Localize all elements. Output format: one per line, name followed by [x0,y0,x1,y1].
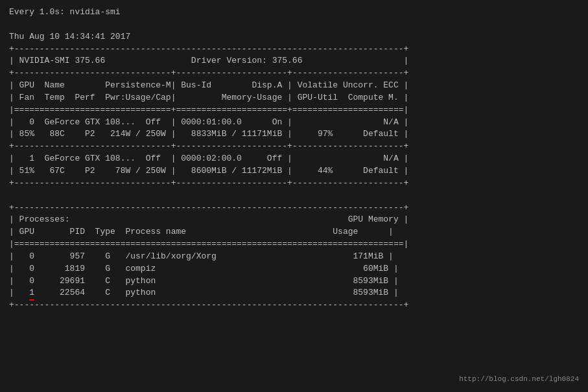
div5: +-------------------------------+-------… [9,178,579,190]
div6: +---------------------------------------… [9,202,579,214]
blank-line2 [9,190,579,202]
proc3-suffix: 22564 C python 8593MiB | [34,288,399,297]
proc-cols: | GPU PID Type Process name Usage | [9,226,579,238]
div8: +---------------------------------------… [9,299,579,312]
header-cmd: Every 1.0s: nvidia-smi [9,6,579,19]
proc3: | 1 22564 C python 8593MiB | [9,287,579,299]
col-header2: | Fan Temp Perf Pwr:Usage/Cap| Memory-Us… [9,92,579,104]
proc-header: | Processes: GPU Memory | [9,214,579,226]
proc0: | 0 957 G /usr/lib/xorg/Xorg 171MiB | [9,251,579,263]
proc1: | 0 1819 G compiz 60MiB | [9,263,579,275]
timestamp: Thu Aug 10 14:34:41 2017 [9,31,579,43]
div2: +-------------------------------+-------… [9,67,579,80]
proc3-prefix: | [9,288,29,297]
col-header1: | GPU Name Persistence-M| Bus-Id Disp.A … [9,80,579,92]
terminal-window: Every 1.0s: nvidia-smi Thu Aug 10 14:34:… [9,6,579,386]
smi-row: | NVIDIA-SMI 375.66 Driver Version: 375.… [9,55,579,67]
gpu0-row1: | 0 GeForce GTX 108... Off | 0000:01:00.… [9,117,579,129]
gpu1-row2: | 51% 67C P2 78W / 250W | 8600MiB / 1117… [9,165,579,178]
div4: +-------------------------------+-------… [9,141,579,153]
div7: |=======================================… [9,238,579,251]
div3: |===============================+=======… [9,104,579,117]
proc2: | 0 29691 C python 8593MiB | [9,275,579,288]
blank-line [9,19,579,31]
gpu0-row2: | 85% 88C P2 214W / 250W | 8833MiB / 111… [9,128,579,141]
gpu1-row1: | 1 GeForce GTX 108... Off | 0000:02:00.… [9,153,579,165]
watermark: http://blog.csdn.net/lgh0824 [459,375,579,383]
proc3-gpu: 1 [29,287,34,299]
div1: +---------------------------------------… [9,43,579,56]
